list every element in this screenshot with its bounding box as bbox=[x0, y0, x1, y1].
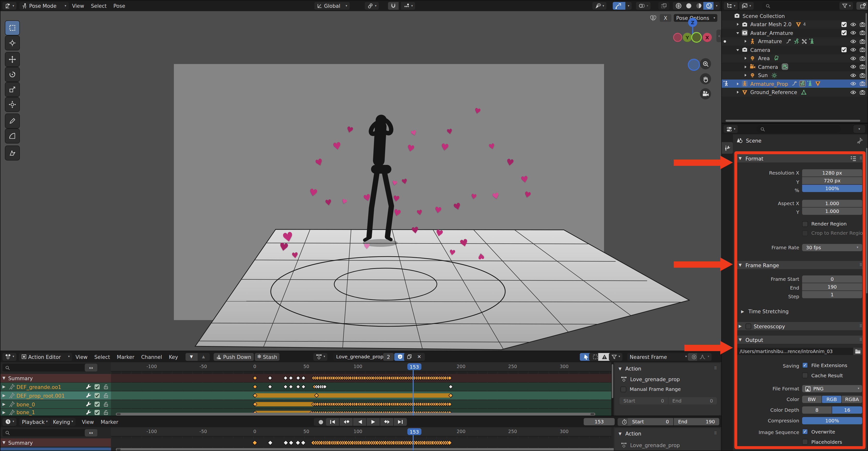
outliner-row-sun[interactable]: Sun bbox=[722, 71, 868, 79]
keyframe[interactable] bbox=[301, 440, 306, 445]
next-keyframe-button[interactable] bbox=[380, 418, 393, 426]
channel-row-bone-1[interactable]: ▶bone_1 bbox=[0, 409, 111, 416]
tool-extra-button[interactable] bbox=[5, 145, 20, 161]
dopesheet-menu-marker[interactable]: Marker bbox=[113, 354, 138, 360]
keyframe[interactable] bbox=[268, 440, 273, 445]
auto-keying-toggle[interactable] bbox=[314, 418, 328, 426]
dopesheet-menu-key[interactable]: Key bbox=[165, 354, 181, 360]
sidebar-action-row[interactable]: Love_grenade_prop bbox=[620, 376, 680, 382]
playhead-chip[interactable]: 153 bbox=[407, 363, 421, 370]
expander-icon[interactable] bbox=[742, 39, 749, 44]
keyframe-area[interactable]: -100-50050100200250300153 bbox=[111, 362, 611, 416]
snap-mode-dropdown[interactable]: Nearest Frame ▾ bbox=[627, 353, 689, 361]
disable-render-icon[interactable] bbox=[859, 47, 866, 53]
hide-viewport-icon[interactable] bbox=[849, 21, 857, 27]
channel-search-input[interactable] bbox=[2, 364, 89, 371]
sidebar-collapse-arrow[interactable]: ‹ bbox=[716, 30, 722, 42]
expander-icon[interactable]: ▶ bbox=[2, 402, 7, 406]
expander-icon[interactable] bbox=[734, 81, 741, 86]
disable-render-icon[interactable] bbox=[859, 89, 866, 95]
keyframe[interactable] bbox=[295, 440, 301, 445]
keyframe-row-3[interactable] bbox=[111, 400, 611, 408]
timeline-summary-channel[interactable]: ▼Summary bbox=[0, 439, 111, 447]
disable-render-icon[interactable] bbox=[859, 81, 866, 87]
pin-icon[interactable] bbox=[857, 137, 863, 144]
timeline-sidebar-action-row[interactable]: Love_grenade_prop bbox=[620, 442, 680, 448]
tool-rotate-button[interactable] bbox=[5, 67, 20, 82]
hide-viewport-icon[interactable] bbox=[849, 72, 857, 78]
disable-render-icon[interactable] bbox=[859, 55, 866, 61]
expander-icon[interactable] bbox=[742, 56, 749, 61]
action-editor-mode-dropdown[interactable]: Action Editor ▾ bbox=[19, 353, 72, 361]
nav-gizmo[interactable]: Z Y X bbox=[669, 14, 717, 48]
tool-move-button[interactable] bbox=[5, 52, 20, 67]
action-name-field[interactable]: Love_grenade_prop bbox=[333, 353, 389, 361]
selectable-checkbox-icon[interactable] bbox=[840, 30, 847, 36]
expander-icon[interactable]: ▼ bbox=[2, 376, 7, 380]
outliner-row-avatar-armature[interactable]: Avatar_Armature bbox=[722, 29, 868, 37]
keyframe[interactable] bbox=[252, 440, 258, 445]
timeline-filter-toggle[interactable]: ↔ bbox=[85, 429, 97, 436]
expander-icon[interactable] bbox=[742, 64, 749, 69]
manual-frame-range-checkbox[interactable] bbox=[620, 387, 626, 392]
keyframe[interactable] bbox=[296, 375, 301, 380]
timeline-menu-marker[interactable]: Marker bbox=[97, 419, 122, 425]
outliner-row-armature-prop[interactable]: Armature_Prop bbox=[722, 80, 868, 88]
hide-viewport-icon[interactable] bbox=[849, 81, 857, 87]
timeline-menu-view[interactable]: View bbox=[79, 419, 97, 425]
hide-viewport-icon[interactable] bbox=[849, 30, 857, 36]
timeline-summary-keys[interactable] bbox=[111, 439, 611, 447]
keyframe[interactable] bbox=[288, 440, 294, 445]
keyframe[interactable] bbox=[296, 384, 301, 389]
keyframe[interactable] bbox=[288, 375, 293, 380]
outliner-row-armature[interactable]: Armature bbox=[722, 37, 868, 45]
current-frame-field[interactable]: 153 bbox=[584, 418, 615, 425]
keyframe[interactable] bbox=[268, 384, 273, 389]
timeline-action-panel-header[interactable]: ▼Action bbox=[619, 431, 641, 436]
tool-select-box-button[interactable] bbox=[5, 20, 20, 35]
layer-prev-button[interactable]: ▼ bbox=[185, 353, 197, 361]
dopesheet-vscrollbar[interactable] bbox=[611, 362, 614, 416]
unlink-action-button[interactable]: ✕ bbox=[414, 353, 425, 361]
panel-grip-icon[interactable]: ⠿ bbox=[714, 366, 717, 370]
hide-viewport-icon[interactable] bbox=[849, 89, 857, 95]
action-panel-header[interactable]: ▼Action bbox=[619, 366, 641, 371]
action-end-field[interactable]: End0 bbox=[669, 397, 717, 404]
timeline-search-input[interactable] bbox=[2, 429, 89, 436]
hide-viewport-icon[interactable] bbox=[849, 47, 857, 53]
prev-keyframe-button[interactable] bbox=[340, 418, 352, 426]
outliner-editor-type-button[interactable]: ▾ bbox=[724, 2, 738, 10]
channel-row-summary[interactable]: ▼Summary bbox=[0, 374, 111, 382]
filter-dropdown[interactable]: ▾ bbox=[609, 353, 623, 361]
stash-button[interactable]: ❄ Stash bbox=[254, 353, 279, 361]
ruler[interactable]: -100-50050100200250300 bbox=[111, 427, 611, 436]
selectable-checkbox-icon[interactable] bbox=[840, 47, 847, 53]
tab-tool[interactable] bbox=[722, 142, 733, 154]
keyframe[interactable] bbox=[301, 375, 306, 380]
channel-filter-toggle[interactable]: ↔ bbox=[85, 364, 97, 371]
play-button[interactable] bbox=[367, 418, 380, 426]
properties-options-dropdown[interactable]: ▾ bbox=[854, 125, 865, 133]
layer-next-button[interactable]: ▲ bbox=[197, 353, 210, 361]
hide-viewport-icon[interactable] bbox=[849, 63, 857, 70]
channel-row-bone-0[interactable]: ▶bone_0 bbox=[0, 400, 111, 408]
breadcrumb[interactable]: Scene bbox=[736, 137, 762, 144]
outliner-row-area[interactable]: Area bbox=[722, 54, 868, 62]
keying-menu[interactable]: Keying▾ bbox=[51, 418, 75, 426]
expander-icon[interactable] bbox=[742, 73, 749, 78]
timeline-editor-type-button[interactable]: ▾ bbox=[2, 418, 17, 426]
ruler[interactable]: -100-50050100200250300 bbox=[111, 362, 611, 371]
browse-action-dropdown[interactable]: ▾ bbox=[313, 353, 328, 361]
new-collection-button[interactable] bbox=[857, 2, 868, 10]
expander-icon[interactable] bbox=[734, 90, 741, 94]
outliner-row-ground-reference[interactable]: Ground_Reference bbox=[722, 88, 868, 96]
jump-to-end-button[interactable] bbox=[394, 418, 407, 426]
outliner-row-camera[interactable]: Camera bbox=[722, 46, 868, 54]
keyframe[interactable] bbox=[301, 384, 306, 389]
properties-editor-type-button[interactable]: ▾ bbox=[724, 125, 738, 133]
outliner-row-camera[interactable]: Camera bbox=[722, 62, 868, 71]
dopesheet-menu-select[interactable]: Select bbox=[91, 354, 114, 360]
playback-menu[interactable]: Playback▾ bbox=[20, 418, 50, 426]
selectable-checkbox-icon[interactable] bbox=[840, 21, 847, 27]
hide-viewport-icon[interactable] bbox=[849, 38, 857, 45]
